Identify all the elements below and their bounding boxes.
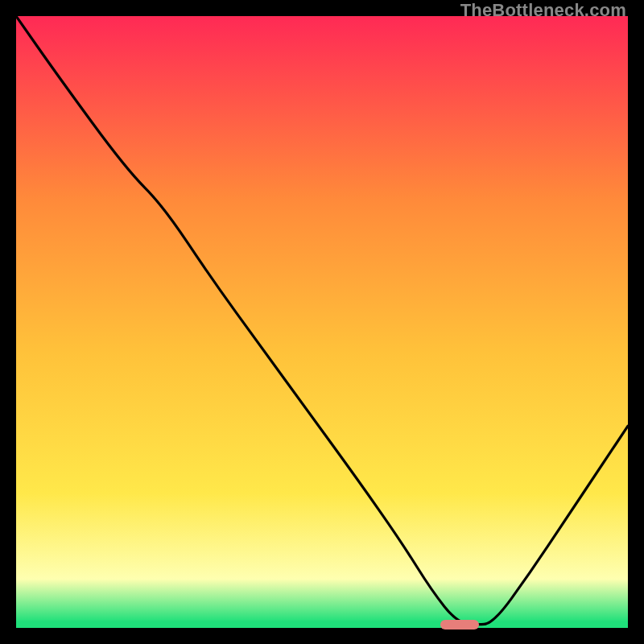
chart-plot-area	[16, 16, 628, 628]
optimal-range-marker	[440, 620, 479, 630]
watermark-text: TheBottleneck.com	[460, 0, 626, 21]
bottleneck-curve	[16, 16, 628, 628]
